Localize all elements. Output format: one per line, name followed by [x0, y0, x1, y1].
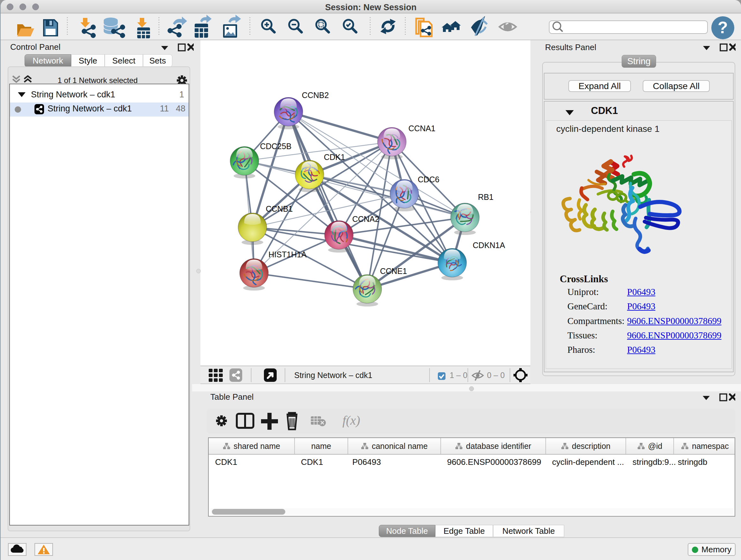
- svg-text:CDC6: CDC6: [418, 175, 440, 184]
- svg-text:1 – 0: 1 – 0: [450, 371, 468, 380]
- svg-text:CDKN1A: CDKN1A: [473, 241, 505, 250]
- svg-text:CDK1: CDK1: [324, 152, 345, 162]
- svg-text:CCNA1: CCNA1: [408, 124, 435, 133]
- svg-text:0 – 0: 0 – 0: [487, 371, 505, 380]
- svg-text:CCNE1: CCNE1: [380, 266, 407, 275]
- svg-text:CDC25B: CDC25B: [260, 142, 292, 151]
- svg-text:CCNA2: CCNA2: [352, 214, 380, 224]
- svg-text:HIST1H1A: HIST1H1A: [268, 250, 307, 259]
- svg-text:?: ?: [718, 18, 728, 37]
- svg-text:String Network – cdk1: String Network – cdk1: [294, 371, 373, 380]
- svg-text:CCNB2: CCNB2: [302, 91, 329, 100]
- svg-text:RB1: RB1: [478, 192, 494, 201]
- svg-text:f(x): f(x): [342, 413, 360, 428]
- svg-text:CCNB1: CCNB1: [266, 204, 293, 213]
